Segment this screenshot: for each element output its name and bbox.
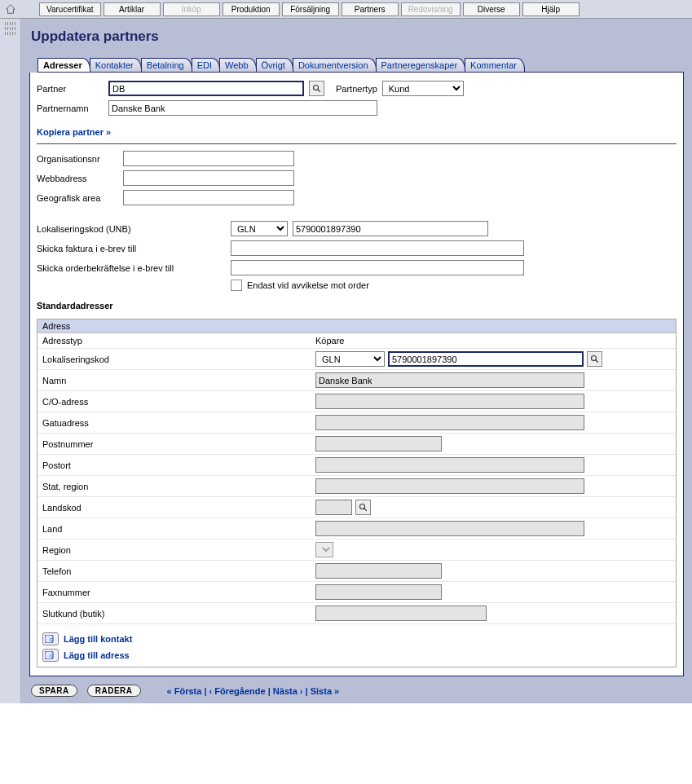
pagination-links: « Första | ‹ Föregående | Nästa › | Sist… [167,686,340,696]
addr-postort-label: Postort [42,460,315,470]
tab-adresser[interactable]: Adresser [37,58,90,72]
geoarea-input[interactable] [123,190,294,205]
addr-lokkod-type-select[interactable]: GLN [315,351,385,367]
topbar-btn-försäljning[interactable]: Försäljning [282,2,339,16]
svg-text:c: c [50,653,53,658]
next-link[interactable]: Nästa › [273,686,303,696]
address-block: Adress Adresstyp Köpare Lokaliseringskod… [37,319,677,667]
last-link[interactable]: Sista » [311,686,339,696]
addr-landskod-lookup-button[interactable] [355,500,371,515]
topbar-btn-partners[interactable]: Partners [342,2,399,16]
tab-betalning[interactable]: Betalning [141,58,192,72]
add-address-link[interactable]: Lägg till adress [64,650,130,660]
page-title: Uppdatera partners [31,29,684,45]
topbar-btn-produktion[interactable]: Produktion [223,2,280,16]
grip-icon [5,27,16,30]
panel-adresser: Partner Partnertyp Kund Partnernamn Kopi… [29,73,684,676]
orderbek-email-input[interactable] [231,260,524,275]
svg-point-2 [591,355,596,360]
copy-partner-link[interactable]: Kopiera partner » [37,127,111,137]
topbar-btn-varucertifikat[interactable]: Varucertifikat [39,2,101,16]
addr-land-input [315,521,584,536]
prev-link[interactable]: ‹ Föregående [209,686,266,696]
lokkod-type-select[interactable]: GLN [231,221,288,236]
tab-dokumentversion[interactable]: Dokumentversion [293,58,377,72]
addr-lokkod-input[interactable] [388,351,584,367]
addr-namn-input [315,372,584,388]
adresstyp-value: Köpare [315,336,344,346]
topbar-buttons: VarucertifikatArtiklarInköpProduktionFör… [39,2,580,16]
addr-telefon-input [315,563,442,579]
orgnr-label: Organisationsnr [37,154,118,164]
addr-slutkund-label: Slutkund (butik) [42,609,315,619]
grip-icon [5,22,16,25]
topbar-btn-diverse[interactable]: Diverse [463,2,520,16]
lokkod-input[interactable] [293,221,488,236]
svg-line-5 [364,508,366,510]
home-icon[interactable] [3,2,18,16]
addr-lokkod-label: Lokaliseringskod [42,355,315,364]
addr-gatu-label: Gatuadress [42,418,315,428]
avvikelse-checkbox[interactable] [231,280,242,291]
faktura-email-input[interactable] [231,240,524,256]
footer-bar: SPARA RADERA « Första | ‹ Föregående | N… [31,685,684,697]
geoarea-label: Geografisk area [37,193,118,203]
first-link[interactable]: « Första [167,686,202,696]
address-block-title: Adress [37,319,676,333]
svg-point-4 [359,504,364,509]
partnernamn-label: Partnernamn [37,104,104,113]
adresstyp-label: Adresstyp [42,336,315,346]
add-contact-link[interactable]: Lägg till kontakt [64,634,132,644]
partnertyp-label: Partnertyp [336,84,377,94]
addr-stat-input [315,478,584,494]
addr-co-input [315,394,584,409]
tab-kommentar[interactable]: Kommentar [465,58,525,72]
addr-co-label: C/O-adress [42,397,315,407]
lokkod-label: Lokaliseringskod (UNB) [37,224,226,234]
tab-partneregenskaper[interactable]: Partneregenskaper [376,58,466,72]
delete-button[interactable]: RADERA [87,685,141,697]
addr-gatu-input [315,415,584,430]
divider [37,143,677,144]
addr-region-label: Region [42,545,315,555]
webbadress-input[interactable] [123,170,294,186]
partner-lookup-button[interactable] [309,81,324,96]
addr-namn-label: Namn [42,376,315,385]
tab-kontakter[interactable]: Kontakter [90,58,142,72]
addr-lokkod-lookup-button[interactable] [587,351,602,367]
svg-text:c: c [50,636,53,642]
add-address-icon[interactable]: c [42,649,59,662]
tab-edi[interactable]: EDI [192,58,220,72]
topbar-btn-artiklar[interactable]: Artiklar [104,2,161,16]
addr-landskod-label: Landskod [42,503,315,513]
orgnr-input[interactable] [123,151,294,166]
partnernamn-input[interactable] [108,100,377,116]
add-contact-icon[interactable]: c [42,632,59,645]
tab-övrigt[interactable]: Övrigt [256,58,293,72]
save-button[interactable]: SPARA [31,685,77,697]
topbar-btn-inköp: Inköp [163,2,220,16]
orderbek-email-label: Skicka orderbekräftelse i e-brev till [37,263,226,273]
content-area: Uppdatera partners AdresserKontakterBeta… [21,19,692,703]
addr-stat-label: Stat, region [42,482,315,491]
svg-point-0 [313,85,318,90]
top-toolbar: VarucertifikatArtiklarInköpProduktionFör… [0,0,692,19]
partnertyp-select[interactable]: Kund [382,81,464,96]
svg-line-1 [317,89,320,91]
addr-postort-input [315,457,584,473]
avvikelse-label: Endast vid avvikelse mot order [247,280,369,290]
addr-postnr-input [315,436,442,451]
addr-landskod-input [315,500,352,515]
addr-fax-input [315,584,442,600]
topbar-btn-hjälp[interactable]: Hjälp [522,2,580,16]
grip-icon [5,32,16,35]
addr-fax-label: Faxnummer [42,588,315,597]
addr-slutkund-input [315,606,487,621]
tab-webb[interactable]: Webb [219,58,257,72]
addr-region-select [315,542,333,557]
addr-land-label: Land [42,524,315,534]
partner-label: Partner [37,84,104,94]
partner-input[interactable] [108,81,304,96]
topbar-btn-redovisning: Redovisning [401,2,461,16]
standard-addresses-heading: Standardadresser [37,301,677,311]
